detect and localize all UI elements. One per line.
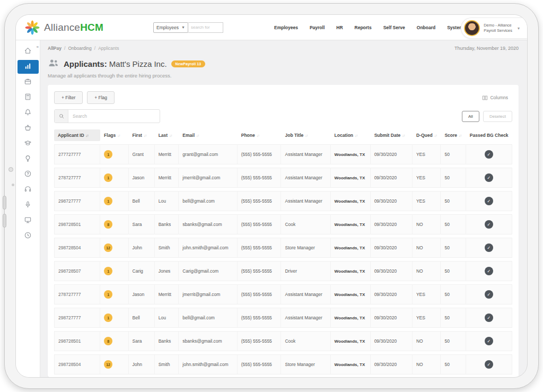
- table-search: [54, 109, 160, 123]
- sidebar-item-time-clock[interactable]: [20, 229, 37, 243]
- user-menu[interactable]: Demo - Alliance Payroll Services ▾: [461, 18, 527, 39]
- breadcrumb-allpay[interactable]: AllPay: [48, 46, 62, 51]
- cell-last: Smith: [155, 238, 179, 258]
- applicants-table: Applicant ID↓↑Flags↓↑First↓↑Last↓↑Email↓…: [54, 126, 512, 377]
- breadcrumb-onboarding[interactable]: Onboarding: [68, 46, 91, 51]
- cell-date: 09/30/2020: [371, 354, 413, 374]
- table-toolbar: + Filter + Flag Columns: [54, 91, 512, 104]
- nav-employees[interactable]: Employees: [274, 25, 298, 30]
- sidebar-item-notifications[interactable]: [20, 106, 37, 120]
- column-header-email[interactable]: Email↓↑: [179, 129, 237, 141]
- bg-check-passed-icon: ✓: [485, 173, 493, 182]
- cell-location: Woodlands, TX: [331, 144, 371, 164]
- breadcrumb-applicants: Applicants: [98, 46, 119, 51]
- filter-button[interactable]: + Filter: [54, 91, 83, 104]
- column-header-date[interactable]: Submit Date↓↑: [371, 129, 413, 141]
- cell-email: sbanks@gmail.com: [179, 331, 237, 351]
- cell-last: Merritt: [155, 284, 179, 304]
- table-row[interactable]: 2987277771BellLoubell@gmail.com(555) 555…: [54, 191, 512, 211]
- global-search-input[interactable]: [188, 22, 223, 33]
- table-search-input[interactable]: [68, 114, 160, 119]
- column-header-location[interactable]: Location↓↑: [331, 129, 371, 141]
- flag-count-badge[interactable]: 1: [104, 290, 112, 299]
- bg-check-passed-icon: ✓: [485, 267, 493, 275]
- cell-job: Assistant Manager: [281, 308, 330, 328]
- table-row[interactable]: 2987285018SaraBankssbanks@gmail.com(555)…: [54, 331, 512, 351]
- cell-location: Woodlands, TX: [331, 238, 371, 258]
- sort-arrows-icon: ↓↑: [117, 134, 120, 137]
- cell-bg: ✓: [466, 168, 512, 188]
- table-row[interactable]: 2987285071CarigJonesCarig@gmail.com(555)…: [54, 261, 512, 281]
- table-row[interactable]: 2987277771BellLoubell@gmail.com(555) 555…: [54, 308, 512, 328]
- nav-onboard[interactable]: Onboard: [417, 25, 435, 30]
- column-header-id[interactable]: Applicant ID↓↑: [54, 129, 100, 141]
- brand-logo[interactable]: AllianceHCM: [24, 20, 144, 36]
- flag-count-badge[interactable]: 1: [104, 267, 112, 275]
- flag-count-badge[interactable]: 1: [104, 313, 112, 322]
- cell-email: john.smith@gmail.com: [179, 238, 237, 258]
- sidebar-item-education[interactable]: [20, 137, 37, 151]
- flag-count-badge[interactable]: 12: [104, 243, 112, 252]
- volume-down-button[interactable]: [3, 214, 6, 228]
- sidebar-item-applicants-dashboard[interactable]: [17, 60, 39, 74]
- lightbulb-icon: [24, 154, 32, 164]
- table-row[interactable]: 2987285018SaraBankssbanks@gmail.com(555)…: [54, 214, 512, 234]
- flag-count-badge[interactable]: 1: [104, 173, 112, 182]
- sidebar-expand-icon[interactable]: »: [37, 45, 39, 49]
- select-all-button[interactable]: All: [462, 111, 479, 122]
- cell-last: Jones: [155, 261, 179, 281]
- cell-id: 298728501: [54, 331, 100, 351]
- sidebar-item-briefcase[interactable]: [20, 75, 37, 89]
- cell-job: Store Manager: [281, 354, 330, 374]
- nav-reports[interactable]: Reports: [355, 25, 372, 30]
- cell-location: Woodlands, TX: [331, 191, 371, 211]
- column-header-first[interactable]: First↓↑: [129, 129, 155, 141]
- basket-icon: [24, 124, 32, 134]
- sidebar-item-ideas[interactable]: [20, 152, 37, 166]
- column-header-job[interactable]: Job Title↓↑: [281, 129, 330, 141]
- bar-chart-icon: [24, 62, 32, 72]
- cell-flags: 1: [100, 308, 128, 328]
- search-scope-select[interactable]: Employees ▼: [153, 22, 188, 33]
- column-header-phone[interactable]: Phone↓↑: [238, 129, 282, 141]
- cell-job: Cook: [281, 331, 330, 351]
- cell-date: 09/30/2020: [371, 308, 413, 328]
- sidebar-item-home[interactable]: [20, 45, 37, 58]
- flag-count-badge[interactable]: 8: [104, 337, 112, 345]
- volume-up-button[interactable]: [3, 196, 6, 210]
- cell-first: Sara: [129, 331, 155, 351]
- sidebar-item-microphone[interactable]: [20, 198, 37, 212]
- flag-count-badge[interactable]: 1: [104, 197, 112, 205]
- nav-self-serve[interactable]: Self Serve: [383, 25, 405, 30]
- applicants-card: + Filter + Flag Columns: [48, 85, 519, 377]
- primary-nav: Employees Payroll HR Reports Self Serve …: [274, 25, 463, 30]
- cell-dqued: YES: [413, 168, 441, 188]
- cell-location: Woodlands, TX: [331, 284, 371, 304]
- cell-job: Assistant Manager: [281, 144, 330, 164]
- flag-count-badge[interactable]: 8: [104, 220, 112, 229]
- table-row[interactable]: 29872850412JohnSmithjohn.smith@gmail.com…: [54, 354, 512, 374]
- nav-hr[interactable]: HR: [336, 25, 343, 30]
- flag-count-badge[interactable]: 1: [104, 150, 112, 159]
- column-header-dqued[interactable]: D-Qued↓↑: [413, 129, 441, 141]
- flag-button[interactable]: + Flag: [87, 91, 115, 104]
- table-row[interactable]: 2787277771JasonMerrittjmerrit@gmail.com(…: [54, 168, 512, 188]
- cell-id: 298727777: [54, 191, 100, 211]
- table-row[interactable]: 2777277771GrantMerrittgrant@gmail.com(55…: [54, 144, 512, 164]
- flag-count-badge[interactable]: 12: [104, 360, 112, 369]
- column-header-score[interactable]: Score↓↑: [441, 129, 466, 141]
- sidebar-item-workstation[interactable]: [20, 214, 37, 228]
- column-header-flags[interactable]: Flags↓↑: [100, 129, 128, 141]
- columns-button[interactable]: Columns: [478, 92, 512, 103]
- column-header-last[interactable]: Last↓↑: [155, 129, 179, 141]
- table-row[interactable]: 2787277771JasonMerrittjmerrit@gmail.com(…: [54, 284, 512, 304]
- sidebar-item-help[interactable]: [20, 168, 37, 181]
- table-row[interactable]: 29872850412JohnSmithjohn.smith@gmail.com…: [54, 238, 512, 258]
- sidebar-item-support[interactable]: [20, 183, 37, 197]
- nav-payroll[interactable]: Payroll: [310, 25, 325, 30]
- deselect-button[interactable]: Deselect: [483, 111, 512, 122]
- sidebar-item-basket[interactable]: [20, 121, 37, 135]
- cell-phone: (555) 555-5555: [238, 308, 282, 328]
- sidebar-item-calculator[interactable]: [20, 91, 37, 104]
- sort-arrows-icon: ↓↑: [459, 134, 461, 137]
